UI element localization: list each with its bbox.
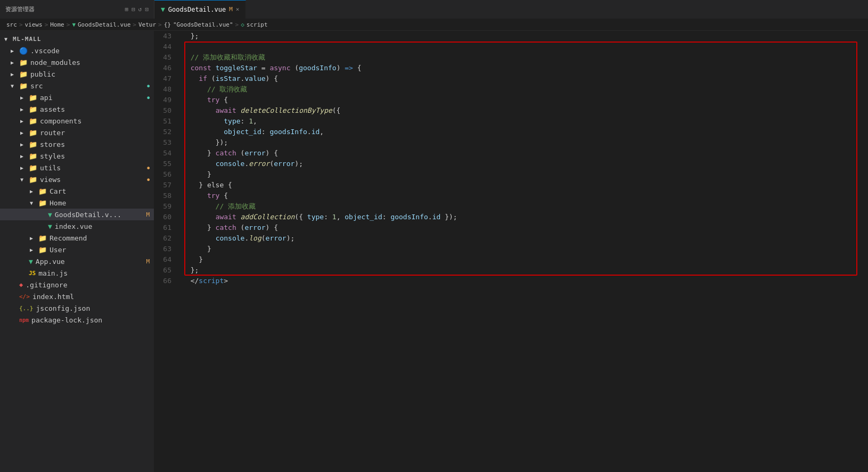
bc-braces: {} — [164, 21, 171, 28]
line-number: 45 — [154, 52, 180, 63]
router-chevron: ▶ — [20, 130, 27, 136]
bc-script: script — [247, 21, 268, 28]
line-number: 44 — [154, 42, 180, 52]
sidebar-item-vscode[interactable]: ▶ 🔵 .vscode — [0, 45, 154, 56]
recommend-label: Recommend — [50, 234, 87, 242]
public-folder-icon: 📁 — [19, 70, 28, 78]
line-number: 53 — [154, 137, 180, 148]
node-folder-icon: 📁 — [19, 59, 28, 67]
code-line-60: 60 await addCollection({ type: 1, object… — [154, 212, 868, 222]
sidebar-item-views[interactable]: ▼ 📁 views ● — [0, 173, 154, 185]
jsconfig-icon: {..} — [19, 305, 34, 312]
line-content: if (isStar.value) { — [180, 73, 868, 84]
vue-tab-icon: ▼ — [161, 5, 165, 13]
user-folder-icon: 📁 — [38, 246, 47, 254]
tab-close-button[interactable]: × — [236, 6, 240, 13]
vscode-label: .vscode — [30, 47, 60, 55]
sidebar-root[interactable]: ▼ ML-MALL — [0, 33, 154, 45]
code-line-44: 44 — [154, 42, 868, 52]
sidebar-item-cart[interactable]: ▶ 📁 Cart — [0, 185, 154, 197]
sidebar-item-user[interactable]: ▶ 📁 User — [0, 244, 154, 255]
code-line-66: 66 </script> — [154, 276, 868, 286]
cart-label: Cart — [50, 187, 66, 195]
line-number: 59 — [154, 201, 180, 212]
code-line-45: 45 // 添加收藏和取消收藏 — [154, 52, 868, 63]
recommend-folder-icon: 📁 — [38, 234, 47, 242]
components-chevron: ▶ — [20, 118, 27, 124]
line-number: 65 — [154, 265, 180, 276]
code-line-53: 53 }); — [154, 137, 868, 148]
sidebar-item-stores[interactable]: ▶ 📁 stores — [0, 138, 154, 150]
sidebar-item-styles[interactable]: ▶ 📁 styles — [0, 150, 154, 162]
new-folder-icon[interactable]: ⊟ — [132, 6, 135, 13]
line-content: } else { — [180, 180, 868, 191]
sidebar-item-jsconfig[interactable]: ▶ {..} jsconfig.json — [0, 302, 154, 314]
bc-sep3: > — [67, 21, 70, 28]
line-number: 48 — [154, 84, 180, 95]
line-content: type: 1, — [180, 116, 868, 127]
code-line-55: 55 console.error(error); — [154, 159, 868, 169]
mainjs-label: main.js — [38, 269, 68, 277]
indexvue-label: index.vue — [55, 222, 92, 230]
sidebar-item-app-vue[interactable]: ▶ ▼ App.vue M — [0, 255, 154, 267]
sidebar-item-utils[interactable]: ▶ 📁 utils ● — [0, 162, 154, 173]
line-number: 43 — [154, 31, 180, 42]
gitignore-label: .gitignore — [26, 281, 67, 289]
sidebar-item-src[interactable]: ▼ 📁 src ● — [0, 80, 154, 92]
refresh-icon[interactable]: ↺ — [138, 6, 142, 13]
goodsdetail-tab[interactable]: ▼ GoodsDetail.vue M × — [154, 0, 246, 19]
sidebar-item-components[interactable]: ▶ 📁 components — [0, 115, 154, 127]
code-lines: 43 };4445 // 添加收藏和取消收藏46 const toggleSta… — [154, 31, 868, 286]
breadcrumb: src > views > Home > ▼ GoodsDetail.vue >… — [0, 19, 868, 31]
line-number: 50 — [154, 105, 180, 116]
home-label: Home — [50, 199, 66, 207]
views-label: views — [40, 176, 61, 184]
api-folder-icon: 📁 — [29, 94, 37, 102]
bc-vetur: Vetur — [138, 21, 156, 28]
sidebar-item-goodsdetail[interactable]: ▶ ▼ GoodsDetail.v... M — [0, 209, 154, 220]
components-folder-icon: 📁 — [29, 117, 37, 125]
line-number: 66 — [154, 276, 180, 286]
new-file-icon[interactable]: ⊞ — [125, 6, 129, 13]
code-line-64: 64 } — [154, 254, 868, 265]
line-number: 64 — [154, 254, 180, 265]
views-dot: ● — [147, 177, 150, 182]
sidebar-item-public[interactable]: ▶ 📁 public — [0, 68, 154, 80]
sidebar-item-gitignore[interactable]: ▶ ◆ .gitignore — [0, 279, 154, 291]
cart-folder-icon: 📁 — [38, 187, 47, 195]
sidebar-item-index-vue[interactable]: ▶ ▼ index.vue — [0, 220, 154, 232]
collapse-icon[interactable]: ⊡ — [145, 6, 149, 13]
sidebar-item-recommend[interactable]: ▶ 📁 Recommend — [0, 232, 154, 244]
sidebar-item-router[interactable]: ▶ 📁 router — [0, 127, 154, 138]
line-number: 62 — [154, 233, 180, 244]
sidebar-item-node-modules[interactable]: ▶ 📁 node_modules — [0, 56, 154, 68]
stores-chevron: ▶ — [20, 142, 27, 147]
code-line-47: 47 if (isStar.value) { — [154, 73, 868, 84]
utils-chevron: ▶ — [20, 165, 27, 171]
tab-modified-indicator: M — [229, 6, 233, 13]
line-number: 60 — [154, 212, 180, 222]
code-line-43: 43 }; — [154, 31, 868, 42]
sidebar-item-package-lock[interactable]: ▶ npm package-lock.json — [0, 314, 154, 326]
sidebar-item-assets[interactable]: ▶ 📁 assets — [0, 103, 154, 115]
line-number: 51 — [154, 116, 180, 127]
line-content: await deleteCollectionByType({ — [180, 105, 868, 116]
sidebar-item-index-html[interactable]: ▶ </> index.html — [0, 291, 154, 302]
vscode-chevron: ▶ — [11, 48, 17, 54]
assets-chevron: ▶ — [20, 106, 27, 112]
sidebar-item-api[interactable]: ▶ 📁 api ● — [0, 92, 154, 103]
home-folder-icon: 📁 — [38, 199, 47, 207]
sidebar-item-main-js[interactable]: ▶ JS main.js — [0, 267, 154, 279]
user-chevron: ▶ — [30, 247, 36, 253]
sidebar-item-home[interactable]: ▼ 📁 Home — [0, 197, 154, 209]
line-number: 49 — [154, 95, 180, 105]
utils-dot: ● — [147, 165, 150, 170]
styles-chevron: ▶ — [20, 153, 27, 159]
code-editor[interactable]: 43 };4445 // 添加收藏和取消收藏46 const toggleSta… — [154, 31, 868, 472]
editor-area: 43 };4445 // 添加收藏和取消收藏46 const toggleSta… — [154, 31, 868, 472]
line-content: } — [180, 244, 868, 254]
views-chevron: ▼ — [20, 177, 27, 183]
src-label: src — [30, 82, 43, 90]
stores-folder-icon: 📁 — [29, 140, 37, 148]
src-dot: ● — [147, 84, 150, 88]
